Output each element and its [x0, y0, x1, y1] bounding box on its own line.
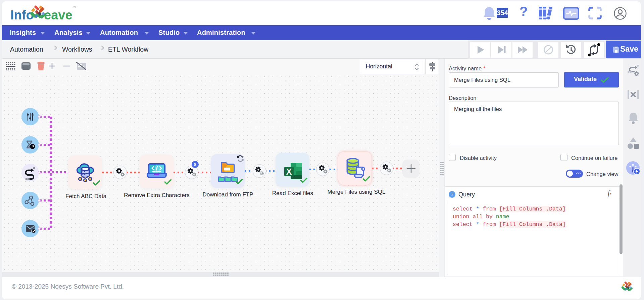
svg-text:Info: Info — [10, 8, 34, 22]
svg-text:X: X — [286, 167, 292, 176]
svg-text:®: ® — [73, 5, 76, 9]
svg-text:eave: eave — [44, 8, 72, 22]
